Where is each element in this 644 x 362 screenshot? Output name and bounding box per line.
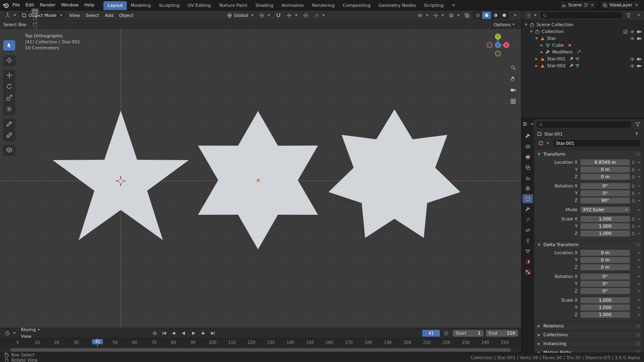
play-rev-button[interactable] — [179, 329, 188, 337]
viewport-menu-object[interactable]: Object — [116, 12, 136, 19]
prop-field-transform-7[interactable]: 1.000 — [580, 216, 630, 222]
timeline-editor-dropdown[interactable] — [3, 330, 17, 337]
prop-field-transform-1[interactable]: 0 m — [580, 167, 630, 173]
star-5-point-mesh[interactable] — [53, 111, 189, 240]
properties-tab-modifiers[interactable] — [522, 205, 533, 214]
outliner-row-star-002[interactable]: ▶Star.002 — [522, 62, 644, 69]
properties-tab-data[interactable] — [522, 247, 533, 255]
disclosure-closed-icon[interactable]: ▶ — [535, 57, 539, 61]
menu-file[interactable]: File — [10, 1, 23, 9]
properties-tab-render[interactable] — [522, 142, 533, 151]
timeline-clock-icon[interactable] — [442, 329, 450, 337]
lock-open-icon[interactable] — [631, 175, 636, 179]
object-id-dropdown[interactable] — [537, 140, 551, 146]
outliner-row-cube[interactable]: ▶Cube — [522, 42, 644, 49]
properties-tab-texture[interactable] — [522, 267, 533, 276]
panel-grip-icon[interactable] — [636, 243, 640, 247]
pan-button[interactable] — [509, 75, 517, 83]
animate-dot[interactable] — [636, 233, 641, 234]
viewport-menu-add[interactable]: Add — [102, 12, 116, 19]
toggle-grid-button[interactable] — [509, 97, 517, 105]
object-visibility-dropdown[interactable] — [416, 12, 430, 19]
workspace-tab-animation[interactable]: Animation — [277, 1, 308, 10]
snap-toggle[interactable] — [274, 12, 283, 19]
animate-dot[interactable] — [636, 176, 641, 177]
tool-annotate-button[interactable] — [3, 119, 15, 129]
tool-cursor-button[interactable] — [3, 55, 15, 66]
prop-field-transform-9[interactable]: 1.000 — [580, 230, 630, 237]
menu-window[interactable]: Window — [58, 1, 81, 9]
menu-help[interactable]: Help — [81, 1, 97, 9]
breadcrumb-object-name[interactable]: Star.001 — [544, 132, 563, 137]
lock-open-icon[interactable] — [631, 217, 636, 221]
outliner-filter-dropdown[interactable] — [634, 14, 642, 17]
current-frame-field[interactable]: 41 — [422, 330, 440, 337]
lock-slot[interactable] — [630, 198, 636, 203]
animate-dot[interactable] — [636, 162, 641, 163]
workspace-tab-sculpting[interactable]: Sculpting — [155, 1, 184, 10]
editor-type-dropdown[interactable] — [3, 12, 18, 19]
blender-logo-icon[interactable] — [2, 2, 9, 8]
pin-icon[interactable] — [633, 130, 641, 138]
outliner-row-collection[interactable]: ▼Collection — [522, 28, 644, 35]
animate-dot[interactable] — [636, 300, 641, 301]
lock-slot[interactable] — [630, 191, 636, 195]
lock-open-icon[interactable] — [631, 184, 636, 188]
properties-tab-world[interactable] — [522, 184, 533, 193]
properties-filter-button[interactable] — [634, 120, 642, 128]
animate-dot[interactable] — [636, 226, 641, 227]
animate-dot[interactable] — [636, 169, 641, 170]
animate-dot[interactable] — [636, 200, 641, 201]
jump-start-button[interactable] — [160, 329, 169, 337]
selectable-checkbox[interactable] — [623, 29, 628, 34]
star-7-point-mesh[interactable] — [328, 109, 460, 238]
pivot-dropdown[interactable] — [258, 12, 272, 19]
zoom-button[interactable] — [509, 64, 517, 72]
lock-open-icon[interactable] — [631, 224, 636, 228]
tool-add-cube-button[interactable] — [3, 145, 15, 155]
tool-rotate-button[interactable] — [3, 81, 15, 92]
properties-tab-object[interactable] — [522, 194, 533, 203]
play-button[interactable] — [189, 329, 198, 337]
viewport-menu-view[interactable]: View — [66, 12, 83, 19]
prop-field-delta-transform-4[interactable]: 0° — [580, 281, 630, 287]
lock-open-icon[interactable] — [631, 198, 636, 203]
lock-slot[interactable] — [630, 231, 636, 236]
object-origin-dot[interactable] — [257, 179, 260, 182]
outliner-row-star-001[interactable]: ▶Star.001 — [522, 56, 644, 62]
prop-field-transform-6[interactable]: XYZ Euler — [580, 207, 630, 213]
outliner-editor-dropdown[interactable] — [524, 12, 538, 19]
render-visibility-toggle[interactable] — [637, 57, 642, 62]
timeline-scrollbar-thumb[interactable] — [10, 348, 511, 352]
properties-tab-scene[interactable] — [522, 173, 533, 182]
add-workspace-button[interactable]: + — [448, 1, 458, 9]
lock-slot[interactable] — [630, 217, 636, 221]
workspace-tab-shading[interactable]: Shading — [252, 1, 278, 10]
lock-slot[interactable] — [630, 224, 636, 228]
workspace-tab-compositing[interactable]: Compositing — [339, 1, 375, 10]
prop-field-transform-3[interactable]: 0° — [580, 183, 630, 189]
shading-wire-button[interactable] — [473, 12, 482, 19]
outliner-filter-button[interactable] — [624, 11, 632, 19]
timeline-ruler[interactable]: 0102030405060708090100110120130140150160… — [0, 338, 521, 347]
panel-grip-icon[interactable] — [636, 152, 640, 156]
shading-solid-button[interactable] — [482, 12, 491, 19]
auto-key-button[interactable] — [150, 329, 159, 337]
prop-field-delta-transform-2[interactable]: 0 m — [580, 264, 630, 270]
animate-dot[interactable] — [636, 307, 641, 308]
blender-logo-icon[interactable] — [2, 2, 9, 8]
animate-dot[interactable] — [636, 193, 641, 194]
prop-field-delta-transform-1[interactable]: 0 m — [580, 257, 630, 263]
properties-tab-particles[interactable] — [522, 215, 533, 224]
section-header-transform[interactable]: ▼Transform — [535, 150, 643, 158]
select-mode-set-button[interactable] — [31, 8, 39, 15]
lock-open-icon[interactable] — [631, 167, 636, 172]
properties-tab-material[interactable] — [522, 257, 533, 266]
prop-field-delta-transform-8[interactable]: 1.000 — [580, 312, 630, 318]
workspace-tab-texture-paint[interactable]: Texture Paint — [215, 1, 252, 10]
render-visibility-toggle[interactable] — [637, 36, 642, 41]
animate-dot[interactable] — [636, 283, 641, 284]
tool-move-button[interactable] — [3, 70, 15, 80]
animate-dot[interactable] — [636, 252, 641, 253]
section-header-motion-paths[interactable]: ▶Motion Paths — [535, 349, 643, 353]
